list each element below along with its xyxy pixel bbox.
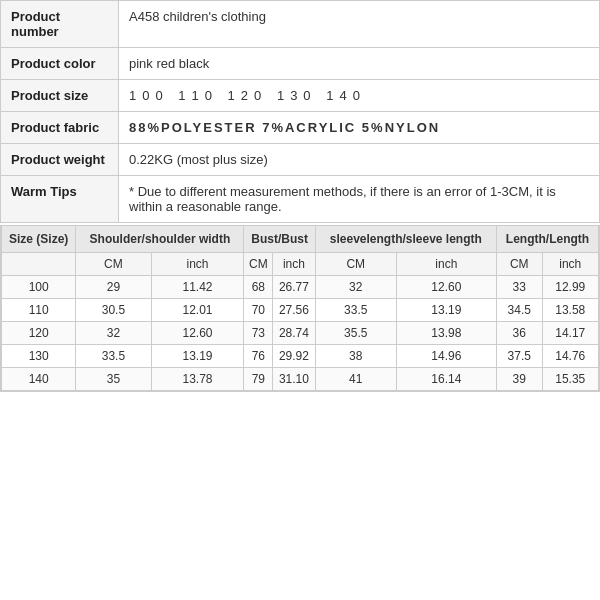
sub-header-3: CM bbox=[244, 253, 273, 276]
size-cell-6: 13.19 bbox=[396, 299, 496, 322]
size-cell-7: 39 bbox=[496, 368, 542, 391]
size-cell-8: 14.76 bbox=[542, 345, 598, 368]
size-cell-7: 33 bbox=[496, 276, 542, 299]
product-fabric-value: 88%POLYESTER 7%ACRYLIC 5%NYLON bbox=[119, 112, 600, 144]
product-weight-label: Product weight bbox=[1, 144, 119, 176]
size-row: 13033.513.197629.923814.9637.514.76 bbox=[2, 345, 599, 368]
size-cell-7: 37.5 bbox=[496, 345, 542, 368]
col-header-sleevelength/sleeve_length: sleevelength/sleeve length bbox=[315, 226, 496, 253]
size-cell-8: 14.17 bbox=[542, 322, 598, 345]
warm-tips-value: * Due to different measurement methods, … bbox=[119, 176, 600, 223]
size-cell-7: 36 bbox=[496, 322, 542, 345]
size-cell-5: 41 bbox=[315, 368, 396, 391]
size-cell-5: 33.5 bbox=[315, 299, 396, 322]
col-header-length/length: Length/Length bbox=[496, 226, 598, 253]
size-cell-2: 12.60 bbox=[151, 322, 244, 345]
size-cell-1: 29 bbox=[76, 276, 151, 299]
sub-header-4: inch bbox=[273, 253, 316, 276]
size-cell-5: 32 bbox=[315, 276, 396, 299]
size-cell-3: 79 bbox=[244, 368, 273, 391]
size-cell-4: 27.56 bbox=[273, 299, 316, 322]
size-cell-7: 34.5 bbox=[496, 299, 542, 322]
sub-header-1: CM bbox=[76, 253, 151, 276]
sub-header-8: inch bbox=[542, 253, 598, 276]
col-header-shoulder/shoulder_width: Shoulder/shoulder width bbox=[76, 226, 244, 253]
size-row: 1403513.787931.104116.143915.35 bbox=[2, 368, 599, 391]
size-cell-0: 140 bbox=[2, 368, 76, 391]
size-cell-6: 12.60 bbox=[396, 276, 496, 299]
size-cell-4: 28.74 bbox=[273, 322, 316, 345]
product-fabric-label: Product fabric bbox=[1, 112, 119, 144]
sub-header-6: inch bbox=[396, 253, 496, 276]
size-chart-table: Size (Size)Shoulder/shoulder widthBust/B… bbox=[1, 225, 599, 391]
size-cell-8: 13.58 bbox=[542, 299, 598, 322]
size-cell-6: 14.96 bbox=[396, 345, 496, 368]
product-number-label: Product number bbox=[1, 1, 119, 48]
size-cell-3: 68 bbox=[244, 276, 273, 299]
size-cell-0: 100 bbox=[2, 276, 76, 299]
col-header-bust/bust: Bust/Bust bbox=[244, 226, 315, 253]
size-row: 11030.512.017027.5633.513.1934.513.58 bbox=[2, 299, 599, 322]
product-color-label: Product color bbox=[1, 48, 119, 80]
product-size-label: Product size bbox=[1, 80, 119, 112]
size-cell-8: 15.35 bbox=[542, 368, 598, 391]
size-cell-0: 130 bbox=[2, 345, 76, 368]
size-chart-wrapper: Size (Size)Shoulder/shoulder widthBust/B… bbox=[0, 225, 600, 392]
warm-tips-label: Warm Tips bbox=[1, 176, 119, 223]
size-cell-3: 73 bbox=[244, 322, 273, 345]
size-cell-1: 35 bbox=[76, 368, 151, 391]
size-cell-0: 120 bbox=[2, 322, 76, 345]
size-cell-1: 32 bbox=[76, 322, 151, 345]
product-color-value: pink red black bbox=[119, 48, 600, 80]
product-info-table: Product numberA458 children's clothingPr… bbox=[0, 0, 600, 223]
product-weight-value: 0.22KG (most plus size) bbox=[119, 144, 600, 176]
size-cell-1: 33.5 bbox=[76, 345, 151, 368]
sub-header-7: CM bbox=[496, 253, 542, 276]
size-cell-3: 76 bbox=[244, 345, 273, 368]
product-size-value: 100 110 120 130 140 bbox=[119, 80, 600, 112]
size-cell-2: 13.78 bbox=[151, 368, 244, 391]
size-cell-4: 29.92 bbox=[273, 345, 316, 368]
size-cell-2: 12.01 bbox=[151, 299, 244, 322]
size-cell-8: 12.99 bbox=[542, 276, 598, 299]
size-cell-6: 13.98 bbox=[396, 322, 496, 345]
product-number-value: A458 children's clothing bbox=[119, 1, 600, 48]
size-row: 1203212.607328.7435.513.983614.17 bbox=[2, 322, 599, 345]
size-cell-3: 70 bbox=[244, 299, 273, 322]
size-row: 1002911.426826.773212.603312.99 bbox=[2, 276, 599, 299]
size-cell-4: 26.77 bbox=[273, 276, 316, 299]
size-cell-1: 30.5 bbox=[76, 299, 151, 322]
sub-header-5: CM bbox=[315, 253, 396, 276]
col-header-size_(size): Size (Size) bbox=[2, 226, 76, 253]
size-cell-6: 16.14 bbox=[396, 368, 496, 391]
size-cell-2: 11.42 bbox=[151, 276, 244, 299]
size-cell-5: 38 bbox=[315, 345, 396, 368]
size-cell-4: 31.10 bbox=[273, 368, 316, 391]
size-cell-2: 13.19 bbox=[151, 345, 244, 368]
size-cell-0: 110 bbox=[2, 299, 76, 322]
size-cell-5: 35.5 bbox=[315, 322, 396, 345]
sub-header-0 bbox=[2, 253, 76, 276]
sub-header-2: inch bbox=[151, 253, 244, 276]
